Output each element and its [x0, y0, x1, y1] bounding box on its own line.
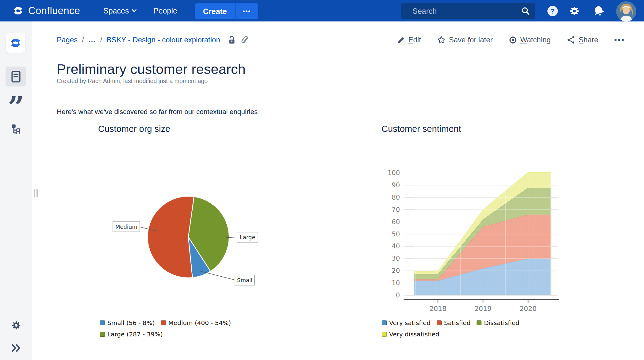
legend-item-very-dissatisfied: Very dissatisfied: [382, 331, 439, 338]
watching-button[interactable]: Watching: [509, 36, 551, 44]
svg-text:80: 80: [392, 194, 400, 201]
svg-text:30: 30: [392, 255, 400, 262]
create-split-button: Create •••: [195, 3, 258, 19]
settings-button[interactable]: [568, 5, 581, 17]
pie-chart-title: Customer org size: [98, 124, 170, 134]
legend-swatch-satisfied: [437, 320, 442, 325]
space-sidebar: [0, 21, 32, 360]
legend-swatch-very-satisfied: [382, 320, 387, 325]
svg-text:90: 90: [392, 182, 400, 189]
legend-label-very-satisfied: Very satisfied: [389, 319, 431, 327]
legend-label-large: Large (287 - 39%): [107, 331, 163, 338]
double-chevron-right-icon: [11, 343, 21, 353]
svg-text:Medium: Medium: [115, 224, 137, 230]
page-icon: [11, 71, 21, 83]
star-icon: [437, 36, 446, 44]
legend-label-medium: Medium (400 - 54%): [168, 319, 231, 327]
attachments-button[interactable]: [241, 35, 249, 44]
confluence-home-link[interactable]: Confluence: [12, 0, 80, 21]
space-logo-tile[interactable]: [6, 33, 25, 53]
nav-people-link[interactable]: People: [153, 0, 177, 21]
search-box: [401, 3, 535, 19]
svg-text:40: 40: [392, 243, 400, 250]
breadcrumb-current-page-link[interactable]: BSKY - Design - colour exploration: [106, 36, 220, 44]
legend-label-dissatisfied: Dissatisfied: [484, 319, 519, 327]
gear-icon: [11, 320, 22, 331]
nav-spaces-menu[interactable]: Spaces: [103, 0, 136, 21]
notifications-button[interactable]: [592, 5, 605, 17]
svg-text:Small: Small: [237, 277, 252, 283]
breadcrumb-pages-link[interactable]: Pages: [57, 36, 78, 44]
restrictions-button[interactable]: [228, 35, 236, 44]
watching-eye-icon: [509, 36, 517, 44]
svg-text:0: 0: [396, 292, 400, 299]
create-more-button[interactable]: •••: [236, 3, 258, 19]
share-button[interactable]: Share: [567, 36, 598, 44]
search-icon[interactable]: [521, 6, 530, 16]
breadcrumb: Pages / … / BSKY - Design - colour explo…: [57, 34, 249, 46]
breadcrumb-ellipsis[interactable]: …: [88, 36, 96, 44]
user-avatar[interactable]: [616, 1, 636, 21]
page-title: Preliminary customer research: [57, 61, 246, 77]
save-for-later-button[interactable]: Save for later: [437, 36, 493, 44]
svg-text:2018: 2018: [429, 305, 447, 312]
paperclip-icon: [241, 35, 249, 44]
svg-text:70: 70: [392, 206, 400, 213]
svg-text:2019: 2019: [474, 305, 492, 312]
area-chart: 0102030405060708090100201820192020: [380, 166, 564, 315]
breadcrumb-separator: /: [82, 36, 84, 44]
nav-spaces-label: Spaces: [103, 6, 129, 15]
search-input[interactable]: [401, 7, 521, 16]
chevron-down-icon: [132, 9, 136, 12]
confluence-logo-icon: [12, 5, 24, 17]
pencil-icon: [397, 36, 405, 44]
legend-label-small: Small (56 - 8%): [107, 319, 155, 327]
legend-label-very-dissatisfied: Very dissatisfied: [389, 331, 439, 338]
legend-swatch-small: [100, 320, 105, 325]
legend-item-medium: Medium (400 - 54%): [161, 319, 231, 327]
legend-swatch-very-dissatisfied: [382, 332, 387, 337]
share-label: Share: [579, 36, 598, 44]
legend-label-satisfied: Satisfied: [444, 319, 470, 327]
page-byline: Created by Rach Admin, last modified jus…: [57, 78, 208, 85]
sidebar-item-blog[interactable]: [0, 98, 32, 116]
sidebar-resize-handle[interactable]: [34, 189, 38, 197]
avatar-image: [616, 1, 636, 21]
page-actions: Edit Save for later Watching Share •••: [397, 34, 625, 46]
more-actions-button[interactable]: •••: [614, 36, 625, 44]
help-glyph: ?: [550, 7, 554, 15]
svg-text:20: 20: [392, 267, 400, 274]
sidebar-expand-button[interactable]: [0, 343, 32, 353]
legend-swatch-large: [100, 332, 105, 337]
legend-item-dissatisfied: Dissatisfied: [477, 319, 519, 327]
breadcrumb-separator: /: [100, 36, 102, 44]
brand-wordmark: Confluence: [28, 5, 80, 17]
edit-button[interactable]: Edit: [397, 36, 421, 44]
top-navigation-bar: Confluence Spaces People Create ••• ?: [0, 0, 644, 21]
space-settings-button[interactable]: [0, 320, 32, 331]
tree-icon: [11, 123, 22, 134]
space-confluence-icon: [9, 36, 22, 49]
help-button[interactable]: ?: [546, 5, 559, 17]
svg-text:50: 50: [392, 231, 400, 238]
legend-item-very-satisfied: Very satisfied: [382, 319, 431, 327]
svg-text:2020: 2020: [519, 305, 537, 312]
unlock-icon: [228, 35, 236, 44]
legend-item-large: Large (287 - 39%): [100, 331, 163, 338]
watching-label: Watching: [520, 36, 551, 44]
legend-item-small: Small (56 - 8%): [100, 319, 155, 327]
nav-people-label: People: [153, 6, 177, 15]
sidebar-item-pages[interactable]: [6, 67, 26, 86]
bell-icon: [593, 5, 605, 17]
area-chart-title: Customer sentiment: [381, 124, 461, 134]
sidebar-item-page-tree[interactable]: [0, 123, 32, 134]
intro-paragraph: Here's what we've discovered so far from…: [57, 108, 258, 116]
create-button[interactable]: Create: [195, 3, 235, 19]
legend-swatch-medium: [161, 320, 166, 325]
edit-label: Edit: [408, 36, 421, 44]
svg-text:Large: Large: [240, 234, 255, 240]
help-icon: ?: [546, 5, 559, 17]
legend-item-satisfied: Satisfied: [437, 319, 470, 327]
share-icon: [567, 36, 575, 44]
svg-text:60: 60: [392, 218, 400, 226]
